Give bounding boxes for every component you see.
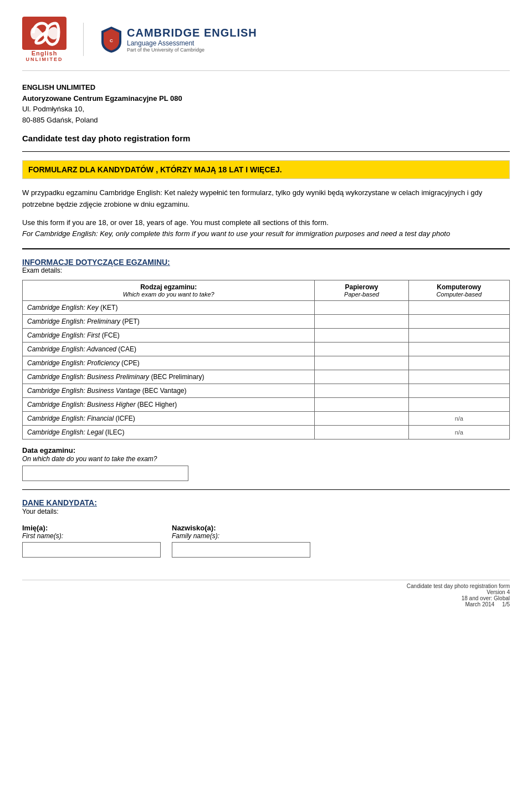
nazwisko-input[interactable] <box>172 542 310 558</box>
data-label-pl: Data egzaminu: <box>22 446 75 454</box>
exam-row: Cambridge English: Business Higher (BEC … <box>23 398 510 412</box>
cambridge-title: CAMBRIDGE ENGLISH <box>127 27 257 39</box>
svg-text:C: C <box>110 38 113 43</box>
footer-form-name: Candidate test day photo registration fo… <box>407 583 510 589</box>
exam-row: Cambridge English: First (FCE) <box>23 329 510 343</box>
exam-name-cell: Cambridge English: Business Preliminary … <box>23 370 315 384</box>
address-line3: Ul. Podmłyńska 10, <box>22 104 510 115</box>
exam-computer-cell[interactable] <box>408 398 509 412</box>
exam-computer-cell[interactable] <box>408 343 509 356</box>
main-section-divider <box>22 248 510 249</box>
exam-section-header: INFORMACJE DOTYCZĄCE EGZAMINU: Exam deta… <box>22 258 510 274</box>
exam-col-paper: Papierowy Paper-based <box>315 280 408 301</box>
exam-name-cell: Cambridge English: Business Higher (BEC … <box>23 398 315 412</box>
footer: Candidate test day photo registration fo… <box>22 580 510 607</box>
exam-computer-cell[interactable] <box>408 329 509 343</box>
exam-row: Cambridge English: Business Vantage (BEC… <box>23 384 510 398</box>
exam-name-cell: Cambridge English: First (FCE) <box>23 329 315 343</box>
nazwisko-label-en: Family name(s): <box>172 532 310 540</box>
imie-label-en: First name(s): <box>22 532 161 540</box>
description-pl: W przypadku egzaminu Cambridge English: … <box>22 187 510 211</box>
cambridge-shield-icon: C <box>100 25 122 53</box>
english-unlimited-logo: English UNLIMITED <box>22 17 66 62</box>
dane-section: DANE KANDYDATA: Your details: Imię(a): F… <box>22 498 510 558</box>
exam-row: Cambridge English: Legal (ILEC)n/a <box>23 426 510 440</box>
address-line2: Autoryzowane Centrum Egzaminacyjne PL 08… <box>22 93 510 104</box>
data-input[interactable] <box>22 466 188 481</box>
cambridge-subtitle: Language Assessment <box>127 39 257 47</box>
header-divider <box>83 23 84 56</box>
exam-paper-cell[interactable] <box>315 315 408 329</box>
exam-row: Cambridge English: Preliminary (PET) <box>23 315 510 329</box>
exam-paper-cell[interactable] <box>315 426 408 440</box>
exam-paper-cell[interactable] <box>315 412 408 426</box>
imie-field: Imię(a): First name(s): <box>22 524 161 558</box>
exam-paper-cell[interactable] <box>315 384 408 398</box>
exam-row: Cambridge English: Business Preliminary … <box>23 370 510 384</box>
exam-paper-cell[interactable] <box>315 356 408 370</box>
exam-computer-cell[interactable] <box>408 356 509 370</box>
exam-computer-cell[interactable] <box>408 370 509 384</box>
exam-row: Cambridge English: Advanced (CAE) <box>23 343 510 356</box>
cambridge-logo: C CAMBRIDGE ENGLISH Language Assessment … <box>100 25 257 53</box>
exam-name-cell: Cambridge English: Advanced (CAE) <box>23 343 315 356</box>
page-header: English UNLIMITED C CAMBRIDGE ENGLISH La… <box>22 17 510 71</box>
exam-computer-cell[interactable] <box>408 384 509 398</box>
name-row: Imię(a): First name(s): Nazwisko(a): Fam… <box>22 524 510 558</box>
imie-input[interactable] <box>22 542 161 558</box>
data-label-en: On which date do you want to take the ex… <box>22 455 157 463</box>
nazwisko-label-pl: Nazwisko(a): <box>172 524 310 532</box>
exam-name-cell: Cambridge English: Financial (ICFE) <box>23 412 315 426</box>
exam-computer-cell[interactable] <box>408 315 509 329</box>
address-line4: 80-885 Gdańsk, Poland <box>22 115 510 126</box>
address-block: ENGLISH UNLIMITED Autoryzowane Centrum E… <box>22 82 510 125</box>
exam-paper-cell[interactable] <box>315 343 408 356</box>
footer-audience: 18 and over: Global <box>462 595 510 601</box>
exam-type-table: Rodzaj egzaminu: Which exam do you want … <box>22 280 510 440</box>
logo-english-text: English <box>32 50 58 57</box>
exam-name-cell: Cambridge English: Business Vantage (BEC… <box>23 384 315 398</box>
exam-row: Cambridge English: Key (KET) <box>23 301 510 315</box>
footer-date: March 2014 <box>465 601 494 607</box>
data-egzaminu-field: Data egzaminu: On which date do you want… <box>22 446 510 481</box>
exam-name-cell: Cambridge English: Legal (ILEC) <box>23 426 315 440</box>
exam-name-cell: Cambridge English: Proficiency (CPE) <box>23 356 315 370</box>
exam-paper-cell[interactable] <box>315 398 408 412</box>
footer-page: 1/5 <box>502 601 510 607</box>
exam-section-en-title: Exam details: <box>22 267 510 274</box>
divider-after-title <box>22 151 510 152</box>
logo-unlimited-text: UNLIMITED <box>26 57 63 62</box>
form-title: Candidate test day photo registration fo… <box>22 134 510 143</box>
exam-row: Cambridge English: Financial (ICFE)n/a <box>23 412 510 426</box>
exam-computer-cell: n/a <box>408 412 509 426</box>
exam-col-rodzaj: Rodzaj egzaminu: Which exam do you want … <box>23 280 315 301</box>
description-en2: For Cambridge English: Key, only complet… <box>22 228 510 240</box>
dane-en-title: Your details: <box>22 508 59 515</box>
exam-name-cell: Cambridge English: Preliminary (PET) <box>23 315 315 329</box>
exam-computer-cell: n/a <box>408 426 509 440</box>
footer-version: Version 4 <box>487 589 510 595</box>
description-en1: Use this form if you are 18, or over 18,… <box>22 218 329 227</box>
exam-col-computer: Komputerowy Computer-based <box>408 280 509 301</box>
cambridge-text-block: CAMBRIDGE ENGLISH Language Assessment Pa… <box>127 27 257 53</box>
exam-section-pl-title: INFORMACJE DOTYCZĄCE EGZAMINU: <box>22 258 510 267</box>
divider-before-dane <box>22 489 510 490</box>
cambridge-small: Part of the University of Cambridge <box>127 47 257 53</box>
exam-row: Cambridge English: Proficiency (CPE) <box>23 356 510 370</box>
yellow-banner: FORMULARZ DLA KANDYDATÓW , KTÓRZY MAJĄ 1… <box>22 160 510 179</box>
imie-label-pl: Imię(a): <box>22 524 161 532</box>
exam-computer-cell[interactable] <box>408 301 509 315</box>
exam-paper-cell[interactable] <box>315 301 408 315</box>
description-en: Use this form if you are 18, or over 18,… <box>22 217 510 241</box>
dane-header: DANE KANDYDATA: Your details: <box>22 498 510 515</box>
exam-paper-cell[interactable] <box>315 370 408 384</box>
address-line1: ENGLISH UNLIMITED <box>22 82 510 93</box>
infinity-logo-icon <box>22 17 66 50</box>
exam-name-cell: Cambridge English: Key (KET) <box>23 301 315 315</box>
dane-pl-title: DANE KANDYDATA: <box>22 498 97 507</box>
nazwisko-field: Nazwisko(a): Family name(s): <box>172 524 310 558</box>
exam-paper-cell[interactable] <box>315 329 408 343</box>
